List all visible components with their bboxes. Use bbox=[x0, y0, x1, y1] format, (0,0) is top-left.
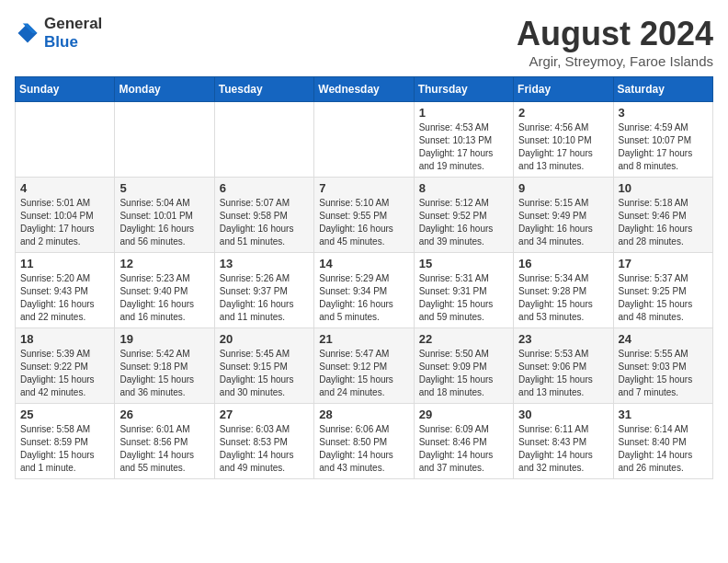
day-number: 27 bbox=[220, 408, 309, 421]
calendar-cell: 30Sunrise: 6:11 AM Sunset: 8:43 PM Dayli… bbox=[514, 404, 613, 479]
calendar-cell: 11Sunrise: 5:20 AM Sunset: 9:43 PM Dayli… bbox=[16, 253, 115, 328]
calendar-cell: 9Sunrise: 5:15 AM Sunset: 9:49 PM Daylig… bbox=[514, 178, 613, 253]
calendar-cell: 24Sunrise: 5:55 AM Sunset: 9:03 PM Dayli… bbox=[613, 328, 712, 404]
day-info: Sunrise: 5:45 AM Sunset: 9:15 PM Dayligh… bbox=[220, 348, 309, 399]
day-info: Sunrise: 6:03 AM Sunset: 8:53 PM Dayligh… bbox=[220, 423, 309, 475]
day-number: 10 bbox=[619, 181, 708, 195]
day-number: 6 bbox=[220, 181, 309, 195]
day-info: Sunrise: 5:31 AM Sunset: 9:31 PM Dayligh… bbox=[419, 272, 508, 324]
day-info: Sunrise: 5:37 AM Sunset: 9:25 PM Dayligh… bbox=[619, 272, 708, 324]
week-row-5: 25Sunrise: 5:58 AM Sunset: 8:59 PM Dayli… bbox=[16, 404, 713, 479]
day-number: 15 bbox=[419, 257, 508, 270]
calendar-cell: 22Sunrise: 5:50 AM Sunset: 9:09 PM Dayli… bbox=[414, 328, 513, 404]
location-subtitle: Argir, Streymoy, Faroe Islands bbox=[517, 53, 713, 69]
day-number: 8 bbox=[419, 181, 508, 195]
logo-general: General bbox=[44, 15, 102, 32]
day-info: Sunrise: 5:39 AM Sunset: 9:22 PM Dayligh… bbox=[20, 348, 109, 399]
calendar-cell: 3Sunrise: 4:59 AM Sunset: 10:07 PM Dayli… bbox=[613, 102, 712, 178]
calendar-header: SundayMondayTuesdayWednesdayThursdayFrid… bbox=[16, 77, 713, 102]
day-info: Sunrise: 5:53 AM Sunset: 9:06 PM Dayligh… bbox=[518, 348, 608, 399]
calendar-cell: 4Sunrise: 5:01 AM Sunset: 10:04 PM Dayli… bbox=[16, 178, 115, 253]
day-number: 1 bbox=[419, 106, 508, 120]
calendar-cell: 21Sunrise: 5:47 AM Sunset: 9:12 PM Dayli… bbox=[314, 328, 414, 404]
day-info: Sunrise: 5:42 AM Sunset: 9:18 PM Dayligh… bbox=[119, 348, 209, 399]
day-info: Sunrise: 5:07 AM Sunset: 9:58 PM Dayligh… bbox=[220, 197, 309, 248]
day-number: 2 bbox=[518, 106, 608, 120]
day-number: 26 bbox=[119, 408, 209, 421]
day-number: 4 bbox=[20, 181, 109, 195]
day-info: Sunrise: 5:29 AM Sunset: 9:34 PM Dayligh… bbox=[319, 272, 408, 324]
day-info: Sunrise: 5:04 AM Sunset: 10:01 PM Daylig… bbox=[119, 197, 209, 248]
calendar-cell bbox=[115, 102, 214, 178]
day-info: Sunrise: 5:23 AM Sunset: 9:40 PM Dayligh… bbox=[119, 272, 209, 324]
day-info: Sunrise: 5:47 AM Sunset: 9:12 PM Dayligh… bbox=[319, 348, 408, 399]
calendar-cell bbox=[16, 102, 115, 178]
calendar-cell bbox=[314, 102, 414, 178]
calendar-cell: 2Sunrise: 4:56 AM Sunset: 10:10 PM Dayli… bbox=[514, 102, 613, 178]
day-info: Sunrise: 5:55 AM Sunset: 9:03 PM Dayligh… bbox=[619, 348, 708, 399]
calendar-cell: 16Sunrise: 5:34 AM Sunset: 9:28 PM Dayli… bbox=[514, 253, 613, 328]
day-info: Sunrise: 5:26 AM Sunset: 9:37 PM Dayligh… bbox=[220, 272, 309, 324]
calendar-cell: 12Sunrise: 5:23 AM Sunset: 9:40 PM Dayli… bbox=[115, 253, 214, 328]
day-number: 22 bbox=[419, 332, 508, 346]
calendar-cell: 26Sunrise: 6:01 AM Sunset: 8:56 PM Dayli… bbox=[115, 404, 214, 479]
day-number: 16 bbox=[518, 257, 608, 270]
title-block: August 2024 Argir, Streymoy, Faroe Islan… bbox=[517, 15, 713, 69]
calendar-cell: 6Sunrise: 5:07 AM Sunset: 9:58 PM Daylig… bbox=[214, 178, 313, 253]
day-header-monday: Monday bbox=[115, 77, 214, 102]
calendar-cell: 10Sunrise: 5:18 AM Sunset: 9:46 PM Dayli… bbox=[613, 178, 712, 253]
calendar-cell: 15Sunrise: 5:31 AM Sunset: 9:31 PM Dayli… bbox=[414, 253, 513, 328]
calendar-cell: 28Sunrise: 6:06 AM Sunset: 8:50 PM Dayli… bbox=[314, 404, 414, 479]
day-number: 14 bbox=[319, 257, 408, 270]
calendar-body: 1Sunrise: 4:53 AM Sunset: 10:13 PM Dayli… bbox=[16, 102, 713, 479]
day-headers-row: SundayMondayTuesdayWednesdayThursdayFrid… bbox=[16, 77, 713, 102]
day-info: Sunrise: 5:12 AM Sunset: 9:52 PM Dayligh… bbox=[419, 197, 508, 248]
calendar-cell: 31Sunrise: 6:14 AM Sunset: 8:40 PM Dayli… bbox=[613, 404, 712, 479]
day-header-friday: Friday bbox=[514, 77, 613, 102]
day-number: 30 bbox=[518, 408, 608, 421]
calendar-cell: 5Sunrise: 5:04 AM Sunset: 10:01 PM Dayli… bbox=[115, 178, 214, 253]
day-info: Sunrise: 4:56 AM Sunset: 10:10 PM Daylig… bbox=[518, 121, 608, 173]
day-number: 29 bbox=[419, 408, 508, 421]
day-number: 21 bbox=[319, 332, 408, 346]
calendar-cell: 13Sunrise: 5:26 AM Sunset: 9:37 PM Dayli… bbox=[214, 253, 313, 328]
day-number: 13 bbox=[220, 257, 309, 270]
logo-blue: Blue bbox=[44, 33, 78, 51]
logo-icon bbox=[15, 20, 40, 46]
calendar-table: SundayMondayTuesdayWednesdayThursdayFrid… bbox=[15, 76, 713, 479]
month-year-title: August 2024 bbox=[517, 15, 713, 53]
calendar-cell: 1Sunrise: 4:53 AM Sunset: 10:13 PM Dayli… bbox=[414, 102, 513, 178]
week-row-3: 11Sunrise: 5:20 AM Sunset: 9:43 PM Dayli… bbox=[16, 253, 713, 328]
day-info: Sunrise: 5:50 AM Sunset: 9:09 PM Dayligh… bbox=[419, 348, 508, 399]
day-number: 5 bbox=[119, 181, 209, 195]
day-number: 11 bbox=[20, 257, 109, 270]
calendar-cell: 7Sunrise: 5:10 AM Sunset: 9:55 PM Daylig… bbox=[314, 178, 414, 253]
day-number: 9 bbox=[518, 181, 608, 195]
week-row-2: 4Sunrise: 5:01 AM Sunset: 10:04 PM Dayli… bbox=[16, 178, 713, 253]
day-number: 25 bbox=[20, 408, 109, 421]
day-info: Sunrise: 5:01 AM Sunset: 10:04 PM Daylig… bbox=[20, 197, 109, 248]
day-header-thursday: Thursday bbox=[414, 77, 513, 102]
calendar-cell: 18Sunrise: 5:39 AM Sunset: 9:22 PM Dayli… bbox=[16, 328, 115, 404]
calendar-cell: 25Sunrise: 5:58 AM Sunset: 8:59 PM Dayli… bbox=[16, 404, 115, 479]
day-header-sunday: Sunday bbox=[16, 77, 115, 102]
day-number: 7 bbox=[319, 181, 408, 195]
day-number: 28 bbox=[319, 408, 408, 421]
day-info: Sunrise: 6:01 AM Sunset: 8:56 PM Dayligh… bbox=[119, 423, 209, 475]
day-number: 18 bbox=[20, 332, 109, 346]
calendar-cell: 8Sunrise: 5:12 AM Sunset: 9:52 PM Daylig… bbox=[414, 178, 513, 253]
day-info: Sunrise: 5:58 AM Sunset: 8:59 PM Dayligh… bbox=[20, 423, 109, 475]
calendar-cell: 20Sunrise: 5:45 AM Sunset: 9:15 PM Dayli… bbox=[214, 328, 313, 404]
calendar-cell bbox=[214, 102, 313, 178]
calendar-cell: 23Sunrise: 5:53 AM Sunset: 9:06 PM Dayli… bbox=[514, 328, 613, 404]
calendar-cell: 17Sunrise: 5:37 AM Sunset: 9:25 PM Dayli… bbox=[613, 253, 712, 328]
day-number: 19 bbox=[119, 332, 209, 346]
calendar-cell: 19Sunrise: 5:42 AM Sunset: 9:18 PM Dayli… bbox=[115, 328, 214, 404]
day-header-saturday: Saturday bbox=[613, 77, 712, 102]
day-info: Sunrise: 5:15 AM Sunset: 9:49 PM Dayligh… bbox=[518, 197, 608, 248]
day-number: 31 bbox=[619, 408, 708, 421]
day-header-tuesday: Tuesday bbox=[214, 77, 313, 102]
day-info: Sunrise: 6:11 AM Sunset: 8:43 PM Dayligh… bbox=[518, 423, 608, 475]
day-header-wednesday: Wednesday bbox=[314, 77, 414, 102]
day-info: Sunrise: 4:53 AM Sunset: 10:13 PM Daylig… bbox=[419, 121, 508, 173]
